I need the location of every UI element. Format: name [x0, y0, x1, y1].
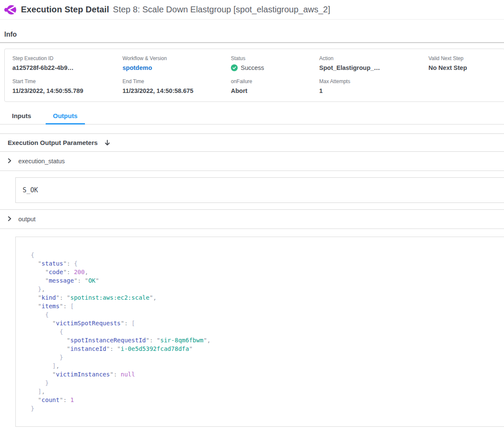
field-workflow-version: Workflow & Version spotdemo [122, 55, 231, 71]
field-value: a125728f-6b22-4b9… [12, 64, 122, 71]
page-subtitle: Step 8: Scale Down Elastgroup [spot_elas… [113, 5, 330, 14]
field-label: Max Attempts [319, 78, 428, 84]
collapse-all-arrow-down-icon[interactable] [104, 139, 111, 146]
field-onfailure: onFailure Abort [231, 78, 319, 94]
tab-bar: Inputs Outputs [0, 109, 504, 124]
json-code: { "status": { "code": 200, "message": "O… [31, 251, 496, 413]
app-header: Execution Step Detail Step 8: Scale Down… [0, 0, 504, 20]
field-step-execution-id: Step Execution ID a125728f-6b22-4b9… [12, 55, 122, 71]
field-value: 1 [319, 87, 428, 94]
field-label: onFailure [231, 78, 319, 84]
output-json-viewer: { "status": { "code": 200, "message": "O… [15, 237, 504, 427]
field-value: 11/23/2022, 14:50:58.675 [122, 87, 231, 94]
field-label: Step Execution ID [12, 55, 122, 61]
field-status: Status Success [231, 55, 319, 71]
param-name: output [18, 216, 35, 223]
param-row-execution-status[interactable]: execution_status [0, 152, 504, 171]
field-label: Start Time [12, 78, 122, 84]
field-start-time: Start Time 11/23/2022, 14:50:55.789 [12, 78, 122, 94]
status-text: Success [241, 64, 264, 71]
field-label: Valid Next Step [428, 55, 497, 61]
field-label: Workflow & Version [122, 55, 231, 61]
tab-outputs[interactable]: Outputs [46, 109, 85, 124]
page-title: Execution Step Detail [21, 5, 109, 14]
field-value: No Next Step [428, 64, 497, 71]
field-label: End Time [122, 78, 231, 84]
param-row-output[interactable]: output [0, 209, 504, 229]
execution-output-parameters-header: Execution Output Parameters [0, 133, 504, 152]
success-check-icon [231, 64, 238, 71]
field-action: Action Spot_Elastigroup_… [319, 55, 428, 71]
status-badge: Success [231, 64, 319, 71]
info-section-heading: Info [4, 31, 504, 38]
workflow-link[interactable]: spotdemo [122, 64, 231, 71]
section-title: Execution Output Parameters [8, 139, 98, 146]
field-label: Status [231, 55, 319, 61]
tab-inputs[interactable]: Inputs [12, 109, 38, 124]
divider [0, 42, 504, 43]
field-value: Abort [231, 87, 319, 94]
field-label: Action [319, 55, 428, 61]
execution-status-value: S_OK [15, 177, 504, 203]
field-value: Spot_Elastigroup_… [319, 64, 428, 71]
field-valid-next-step: Valid Next Step No Next Step [428, 55, 497, 71]
field-max-attempts: Max Attempts 1 [319, 78, 428, 94]
field-end-time: End Time 11/23/2022, 14:50:58.675 [122, 78, 231, 94]
app-logo-icon [4, 4, 16, 15]
chevron-right-icon [7, 215, 12, 223]
info-card: Step Execution ID a125728f-6b22-4b9… Wor… [4, 49, 504, 102]
chevron-right-icon [7, 157, 12, 165]
field-value: 11/23/2022, 14:50:55.789 [12, 87, 122, 94]
param-name: execution_status [18, 158, 65, 165]
